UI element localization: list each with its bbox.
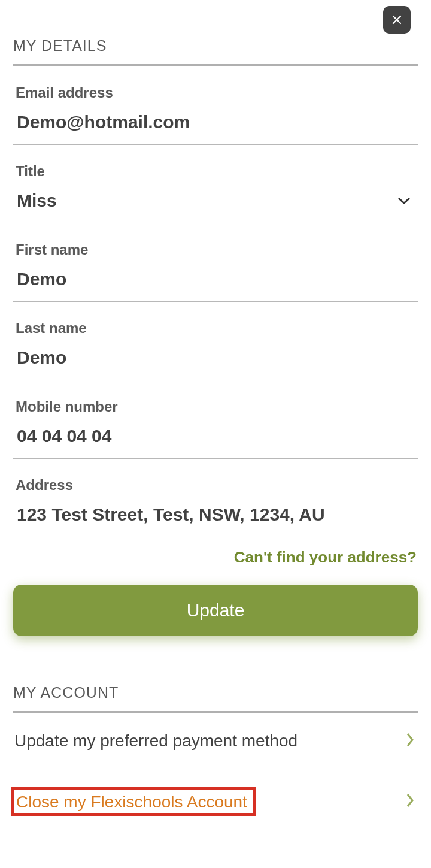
field-title: Title Miss: [13, 145, 418, 223]
close-icon: [389, 12, 405, 28]
field-first-name: First name: [13, 223, 418, 302]
mobile-label: Mobile number: [13, 398, 418, 415]
first-name-input[interactable]: [13, 269, 418, 301]
section-title-details: MY DETAILS: [13, 37, 418, 66]
field-email: Email address: [13, 66, 418, 145]
nav-close-account[interactable]: Close my Flexischools Account: [13, 769, 418, 823]
nav-close-account-label: Close my Flexischools Account: [16, 793, 247, 811]
field-address: Address: [13, 459, 418, 537]
section-title-account: MY ACCOUNT: [13, 684, 418, 713]
close-button[interactable]: [383, 6, 411, 34]
address-label: Address: [13, 477, 418, 494]
title-select[interactable]: Miss: [13, 190, 418, 223]
chevron-down-icon: [397, 196, 411, 205]
first-name-label: First name: [13, 241, 418, 258]
chevron-right-icon: [406, 793, 414, 810]
title-label: Title: [13, 163, 418, 180]
address-input[interactable]: [13, 504, 418, 537]
field-mobile: Mobile number: [13, 380, 418, 459]
title-value: Miss: [17, 190, 57, 211]
nav-payment-method[interactable]: Update my preferred payment method: [13, 713, 418, 769]
email-label: Email address: [13, 84, 418, 101]
nav-payment-label: Update my preferred payment method: [14, 731, 298, 751]
field-last-name: Last name: [13, 302, 418, 380]
close-account-highlight: Close my Flexischools Account: [11, 787, 256, 816]
chevron-right-icon: [406, 732, 414, 750]
address-helper-link[interactable]: Can't find your address?: [13, 537, 418, 567]
email-input[interactable]: [13, 112, 418, 144]
mobile-input[interactable]: [13, 426, 418, 458]
update-button[interactable]: Update: [13, 585, 418, 636]
last-name-label: Last name: [13, 320, 418, 337]
last-name-input[interactable]: [13, 347, 418, 380]
